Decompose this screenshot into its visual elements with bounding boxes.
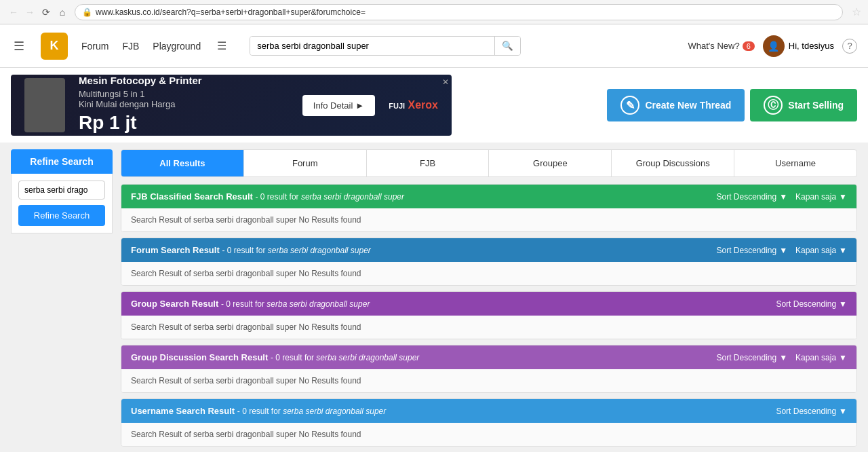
fjb-result-title: FJB Classified Search Result - 0 result … — [131, 191, 404, 202]
more-menu-button[interactable]: ☰ — [214, 37, 229, 55]
fjb-sort-arrow-icon: ▼ — [779, 192, 787, 202]
group-discussion-result-section: Group Discussion Search Result - 0 resul… — [121, 345, 857, 393]
fjb-subtitle-text: - 0 result for serba serbi dragonball su… — [256, 192, 404, 202]
group-sort-label: Sort Descending — [776, 299, 836, 309]
group-discussion-sort-arrow-icon: ▼ — [779, 353, 787, 362]
main-content: Refine Search Refine Search All Results … — [0, 143, 868, 452]
forum-subtitle-text: - 0 result for serba serbi dragonball su… — [222, 246, 370, 255]
address-bar[interactable]: 🔒 www.kaskus.co.id/search?q=serba+serbi+… — [75, 4, 843, 20]
ad-info-label: Info Detail — [313, 100, 353, 111]
start-selling-button[interactable]: Ⓒ Start Selling — [750, 89, 857, 121]
forum-result-body: Search Result of serba serbi dragonball … — [121, 262, 856, 285]
browser-chrome: ← → ⟳ ⌂ 🔒 www.kaskus.co.id/search?q=serb… — [0, 0, 868, 24]
help-button[interactable]: ? — [842, 39, 857, 54]
username-result-controls: Sort Descending ▼ — [776, 407, 847, 416]
ad-arrow-icon: ► — [355, 100, 364, 111]
ad-section: Mesin Fotocopy & Printer Multifungsi 5 i… — [0, 68, 868, 143]
refine-header: Refine Search — [11, 149, 113, 174]
fjb-result-body: Search Result of serba serbi dragonball … — [121, 208, 856, 231]
username-result-header: Username Search Result - 0 result for se… — [121, 399, 856, 423]
whats-new-label: What's New? — [688, 41, 740, 51]
username-title-text: Username Search Result — [131, 406, 235, 416]
header-right: What's New? 6 👤 Hi, tdesiyus ? — [688, 35, 858, 57]
fjb-sort-dropdown[interactable]: Sort Descending ▼ — [716, 192, 787, 202]
ad-title: Mesin Fotocopy & Printer — [79, 75, 289, 86]
tab-forum[interactable]: Forum — [244, 150, 367, 176]
reload-button[interactable]: ⟳ — [39, 5, 53, 19]
username-sort-arrow-icon: ▼ — [839, 407, 847, 416]
forum-result-text: Search Result of serba serbi dragonball … — [131, 269, 361, 278]
forum-time-label: Kapan saja — [795, 246, 836, 255]
group-sort-dropdown[interactable]: Sort Descending ▼ — [776, 299, 847, 309]
forum-sort-arrow-icon: ▼ — [779, 246, 787, 255]
search-area: 🔍 — [250, 36, 521, 56]
forum-result-title: Forum Search Result - 0 result for serba… — [131, 245, 371, 255]
group-discussion-sort-dropdown[interactable]: Sort Descending ▼ — [716, 353, 787, 362]
user-greeting: Hi, tdesiyus — [789, 41, 834, 51]
tab-all-results[interactable]: All Results — [121, 150, 244, 176]
sidebar-body: Refine Search — [11, 174, 113, 233]
fjb-sort-label: Sort Descending — [716, 192, 776, 202]
nav-playground[interactable]: Playground — [153, 41, 201, 52]
username-result-text: Search Result of serba serbi dragonball … — [131, 430, 361, 439]
fjb-time-dropdown[interactable]: Kapan saja ▼ — [795, 192, 847, 202]
create-thread-button[interactable]: ✎ Create New Thread — [607, 89, 745, 121]
group-discussion-title-text: Group Discussion Search Result — [131, 352, 268, 362]
nav-buttons: ← → ⟳ ⌂ — [7, 5, 69, 19]
group-discussion-sort-label: Sort Descending — [716, 353, 776, 362]
ad-person-image — [24, 78, 65, 132]
sidebar: Refine Search Refine Search — [11, 149, 113, 452]
tab-group-discussions[interactable]: Group Discussions — [612, 150, 734, 176]
ad-info-button[interactable]: Info Detail ► — [302, 95, 375, 116]
nav-forum[interactable]: Forum — [81, 41, 108, 52]
group-discussion-result-body: Search Result of serba serbi dragonball … — [121, 369, 856, 392]
forward-button[interactable]: → — [23, 5, 37, 19]
bookmark-icon[interactable]: ☆ — [852, 5, 861, 18]
notification-badge: 6 — [743, 41, 755, 51]
tab-username[interactable]: Username — [734, 150, 856, 176]
group-result-title: Group Search Result - 0 result for serba… — [131, 299, 370, 309]
group-result-header: Group Search Result - 0 result for serba… — [121, 292, 856, 316]
hamburger-button[interactable]: ☰ — [11, 36, 27, 56]
ad-text: Mesin Fotocopy & Printer Multifungsi 5 i… — [79, 75, 289, 136]
avatar: 👤 — [763, 35, 785, 57]
username-result-title: Username Search Result - 0 result for se… — [131, 406, 386, 416]
fjb-result-header: FJB Classified Search Result - 0 result … — [121, 185, 856, 208]
search-button[interactable]: 🔍 — [494, 37, 520, 55]
username-result-body: Search Result of serba serbi dragonball … — [121, 423, 856, 446]
lock-icon: 🔒 — [82, 7, 92, 17]
username-sort-dropdown[interactable]: Sort Descending ▼ — [776, 407, 847, 416]
tab-fjb[interactable]: FJB — [367, 150, 490, 176]
sell-label: Start Selling — [788, 100, 844, 111]
group-result-body: Search Result of serba serbi dragonball … — [121, 316, 856, 339]
sidebar-search-input[interactable] — [18, 181, 105, 200]
kaskus-logo[interactable]: K — [41, 33, 68, 60]
forum-sort-dropdown[interactable]: Sort Descending ▼ — [716, 246, 787, 255]
group-discussion-time-dropdown[interactable]: Kapan saja ▼ — [795, 353, 847, 362]
group-discussion-time-label: Kapan saja — [795, 353, 836, 362]
nav-fjb[interactable]: FJB — [122, 41, 139, 52]
whats-new-link[interactable]: What's New? 6 — [688, 41, 755, 51]
username-result-section: Username Search Result - 0 result for se… — [121, 398, 857, 447]
sidebar-refine-button[interactable]: Refine Search — [18, 205, 105, 226]
username-sort-label: Sort Descending — [776, 407, 836, 416]
forum-title-text: Forum Search Result — [131, 245, 220, 255]
search-input[interactable] — [250, 37, 494, 55]
main-nav: Forum FJB Playground ☰ — [81, 37, 229, 55]
ad-close-button[interactable]: ✕ — [442, 77, 449, 87]
user-menu[interactable]: 👤 Hi, tdesiyus — [763, 35, 834, 57]
fjb-result-controls: Sort Descending ▼ Kapan saja ▼ — [716, 192, 847, 202]
fjb-time-arrow-icon: ▼ — [839, 192, 847, 202]
ad-brand-logo: FUJI Xerox — [389, 99, 438, 111]
fjb-title-text: FJB Classified Search Result — [131, 191, 253, 202]
forum-time-dropdown[interactable]: Kapan saja ▼ — [795, 246, 847, 255]
search-container: 🔍 — [250, 36, 521, 56]
search-tabs: All Results Forum FJB Groupee Group Disc… — [121, 149, 857, 177]
username-subtitle-text: - 0 result for serba serbi dragonball su… — [237, 407, 386, 416]
site-header: ☰ K Forum FJB Playground ☰ 🔍 What's New?… — [0, 24, 868, 68]
tab-groupee[interactable]: Groupee — [489, 150, 612, 176]
home-button[interactable]: ⌂ — [56, 5, 69, 19]
group-result-controls: Sort Descending ▼ — [776, 299, 847, 309]
ad-subtitle: Multifungsi 5 in 1 — [79, 89, 289, 99]
back-button[interactable]: ← — [7, 5, 20, 19]
